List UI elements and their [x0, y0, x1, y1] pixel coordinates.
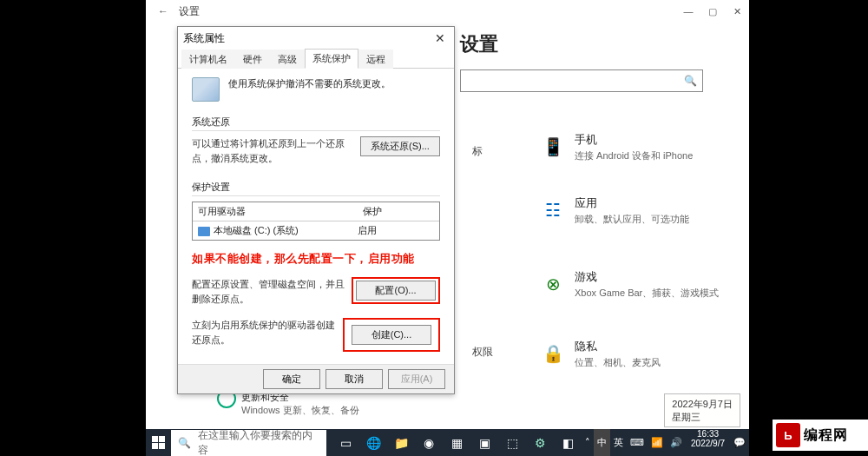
- search-input[interactable]: 🔍: [460, 69, 703, 92]
- back-icon[interactable]: ←: [155, 5, 172, 17]
- protection-info-text: 使用系统保护撤消不需要的系统更改。: [228, 77, 391, 90]
- dialog-title: 系统属性: [183, 31, 225, 46]
- minimize-button[interactable]: —: [676, 0, 700, 23]
- maximize-button[interactable]: ▢: [700, 0, 725, 23]
- ime-cn[interactable]: 中: [594, 429, 610, 456]
- col-drive: 可用驱动器: [193, 202, 358, 221]
- clock-tooltip: 2022年9月7日 星期三: [664, 393, 740, 427]
- category-privacy-sub: 位置、相机、麦克风: [575, 356, 661, 369]
- ime-en[interactable]: 英: [610, 429, 627, 456]
- stub-label-2: 权限: [472, 345, 493, 360]
- category-phone[interactable]: 📱 手机连接 Android 设备和 iPhone: [542, 132, 693, 162]
- cancel-button[interactable]: 取消: [326, 369, 383, 389]
- category-update-sub: Windows 更新、恢复、备份: [241, 404, 359, 417]
- category-privacy[interactable]: 🔒 隐私位置、相机、麦克风: [542, 339, 661, 369]
- create-button[interactable]: 创建(C)...: [352, 325, 431, 345]
- notifications-icon[interactable]: 💬: [730, 429, 749, 456]
- network-icon[interactable]: 📶: [648, 429, 667, 456]
- category-gaming-title: 游戏: [575, 269, 719, 285]
- task-view-icon[interactable]: ▭: [332, 429, 359, 456]
- site-watermark: Ь 编程网: [773, 420, 868, 451]
- tooltip-date: 2022年9月7日: [672, 398, 733, 410]
- drive-table: 可用驱动器 保护 本地磁盘 (C:) (系统) 启用: [192, 202, 440, 241]
- taskbar-search-placeholder: 在这里输入你要搜索的内容: [198, 428, 319, 457]
- ok-button[interactable]: 确定: [263, 369, 320, 389]
- system-properties-dialog: 系统属性 ✕ 计算机名 硬件 高级 系统保护 远程 使用系统保护撤消不需要的系统…: [177, 26, 455, 394]
- tab-computer-name[interactable]: 计算机名: [181, 50, 235, 69]
- explorer-icon[interactable]: 📁: [387, 429, 415, 456]
- tab-advanced[interactable]: 高级: [270, 50, 305, 69]
- category-gaming[interactable]: ⊗ 游戏Xbox Game Bar、捕获、游戏模式: [542, 269, 719, 300]
- windows-icon: [152, 436, 165, 449]
- annotation-text: 如果不能创建，那么先配置一下，启用功能: [192, 251, 440, 267]
- taskbar-apps: ▭ 🌐 📁 ◉ ▦ ▣ ⬚ ⚙ ◧: [332, 429, 582, 456]
- restore-desc: 可以通过将计算机还原到上一个还原点，撤消系统更改。: [192, 136, 348, 165]
- drive-name: 本地磁盘 (C:) (系统): [214, 225, 299, 235]
- app-icon-3[interactable]: ⬚: [498, 429, 526, 456]
- category-gaming-sub: Xbox Game Bar、捕获、游戏模式: [575, 287, 719, 300]
- app-icon-2[interactable]: ▣: [470, 429, 498, 456]
- ime-kb-icon[interactable]: ⌨: [627, 429, 648, 456]
- dialog-footer: 确定 取消 应用(A): [178, 364, 454, 393]
- category-update[interactable]: 更新和安全 Windows 更新、恢复、备份: [241, 391, 359, 417]
- section-restore-head: 系统还原: [192, 116, 440, 131]
- search-icon: 🔍: [178, 437, 191, 449]
- tray-up-icon[interactable]: ˄: [582, 429, 594, 456]
- create-highlight: 创建(C)...: [343, 318, 440, 352]
- table-row[interactable]: 本地磁盘 (C:) (系统) 启用: [193, 221, 439, 240]
- dialog-tabs: 计算机名 硬件 高级 系统保护 远程: [178, 50, 454, 69]
- search-icon: 🔍: [684, 75, 697, 87]
- drive-icon: [198, 227, 210, 236]
- volume-icon[interactable]: 🔊: [667, 429, 686, 456]
- window-controls: — ▢ ✕: [676, 0, 749, 23]
- settings-icon[interactable]: ⚙: [526, 429, 554, 456]
- category-phone-sub: 连接 Android 设备和 iPhone: [575, 149, 693, 162]
- configure-desc: 配置还原设置、管理磁盘空间，并且删除还原点。: [192, 277, 348, 306]
- taskbar-clock[interactable]: 16:33 2022/9/7: [686, 429, 730, 456]
- dialog-close-button[interactable]: ✕: [431, 31, 449, 45]
- clock-time: 16:33: [697, 429, 719, 439]
- system-tray: ˄ 中 英 ⌨ 📶 🔊 16:33 2022/9/7 💬: [582, 429, 749, 456]
- category-phone-title: 手机: [575, 132, 693, 148]
- stub-label-1: 标: [472, 144, 483, 159]
- app-icon-1[interactable]: ▦: [443, 429, 470, 456]
- section-protect-head: 保护设置: [192, 181, 440, 196]
- gaming-icon: ⊗: [542, 269, 564, 299]
- apply-button[interactable]: 应用(A): [388, 369, 445, 389]
- edge-icon[interactable]: 🌐: [359, 429, 387, 456]
- clock-date: 2022/9/7: [691, 439, 725, 448]
- start-button[interactable]: [146, 429, 171, 456]
- tooltip-weekday: 星期三: [672, 411, 733, 423]
- configure-button[interactable]: 配置(O)...: [356, 281, 436, 301]
- phone-icon: 📱: [542, 132, 564, 162]
- apps-icon: ☷: [542, 195, 564, 225]
- watermark-text: 编程网: [804, 426, 848, 445]
- lock-icon: 🔒: [542, 339, 564, 368]
- drive-protection-status: 启用: [358, 224, 377, 237]
- tab-remote[interactable]: 远程: [358, 50, 393, 69]
- system-restore-button[interactable]: 系统还原(S)...: [360, 136, 440, 156]
- tab-hardware[interactable]: 硬件: [235, 50, 270, 69]
- close-button[interactable]: ✕: [725, 0, 749, 23]
- watermark-logo: Ь: [776, 423, 800, 447]
- taskbar: 🔍 在这里输入你要搜索的内容 ▭ 🌐 📁 ◉ ▦ ▣ ⬚ ⚙ ◧ ˄ 中 英 ⌨…: [146, 429, 749, 456]
- app-icon-4[interactable]: ◧: [554, 429, 582, 456]
- category-apps-title: 应用: [575, 195, 689, 211]
- taskbar-search[interactable]: 🔍 在这里输入你要搜索的内容: [171, 430, 326, 456]
- category-apps[interactable]: ☷ 应用卸载、默认应用、可选功能: [542, 195, 689, 226]
- chrome-icon[interactable]: ◉: [415, 429, 443, 456]
- page-title: 设置: [460, 31, 498, 57]
- configure-highlight: 配置(O)...: [352, 277, 440, 304]
- category-apps-sub: 卸载、默认应用、可选功能: [575, 213, 689, 226]
- create-desc: 立刻为启用系统保护的驱动器创建还原点。: [192, 318, 343, 347]
- protection-info-icon: [192, 77, 220, 102]
- col-protection: 保护: [358, 202, 387, 221]
- category-privacy-title: 隐私: [575, 339, 661, 354]
- window-title: 设置: [172, 4, 200, 19]
- tab-system-protection[interactable]: 系统保护: [305, 49, 358, 69]
